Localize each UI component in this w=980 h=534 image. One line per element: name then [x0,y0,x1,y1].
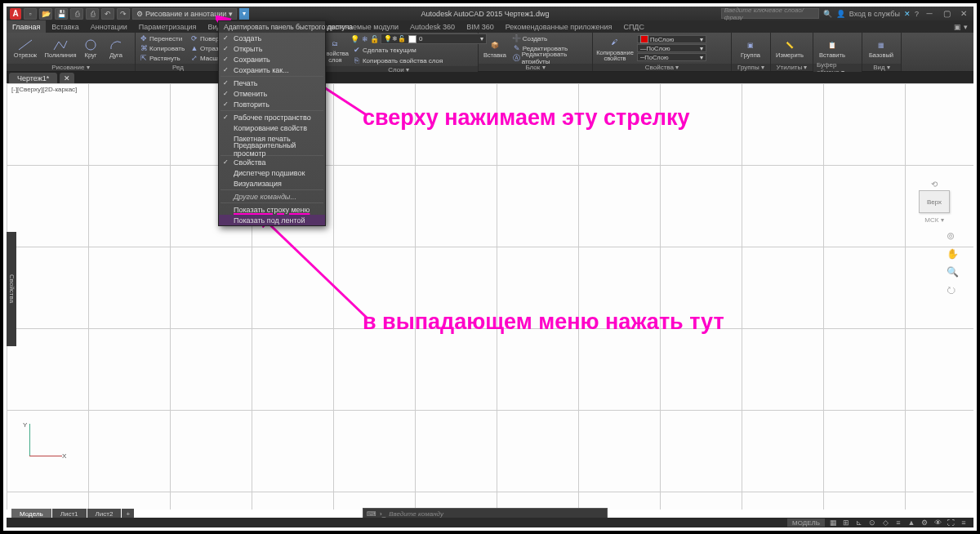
customize-status-icon[interactable]: ≡ [959,518,969,527]
pan-icon[interactable]: ✋ [947,248,959,260]
qat-new-icon[interactable]: ▫ [24,8,37,20]
close-button[interactable]: ✕ [957,8,970,19]
panel-modify-title[interactable]: Ред [136,64,220,71]
maximize-button[interactable]: ▢ [940,8,953,19]
ucs-icon[interactable]: Y X [23,424,64,465]
drawing-area[interactable]: Y X ⟲ Верх МСК ▾ ⊚ ✋ 🔍 ⭮ [7,83,973,510]
stretch-button[interactable]: ⇱Растянуть [138,53,186,63]
linetype-selector[interactable]: ─ ПоСлою▾ [637,53,706,61]
nav-bar[interactable]: ⊚ ✋ 🔍 ⭮ [947,230,959,296]
file-tab[interactable]: Чертеж1* [9,73,57,83]
ortho-toggle-icon[interactable]: ⊾ [854,518,864,527]
file-tab-new[interactable]: ✕ [60,73,74,83]
qat-customize-arrow[interactable]: ▾ [239,8,249,20]
line-button[interactable]: Отрезок [9,33,42,63]
dropdown-item[interactable]: Предварительный просмотр [219,144,325,154]
tab-featured[interactable]: Рекомендованные приложения [500,20,618,33]
block-create-button[interactable]: ➕Создать [511,33,590,43]
help-icon[interactable]: ? [915,10,919,18]
panel-utils-title[interactable]: Утилиты ▾ [771,64,813,71]
search-icon[interactable]: 🔍 [823,10,832,18]
measure-button[interactable]: 📏Измерить [773,33,806,63]
dropdown-item[interactable]: Другие команды... [219,191,325,202]
navwheel-icon[interactable]: ⊚ [947,230,959,242]
annoscale-icon[interactable]: ▲ [906,518,916,527]
snap-toggle-icon[interactable]: ⊞ [841,518,851,527]
user-icon[interactable]: 👤 [836,10,845,18]
lineweight-selector[interactable]: — ПоСлою▾ [637,44,706,52]
recent-icon[interactable]: ⌨ [367,510,376,518]
block-attr-button[interactable]: ⒶРедактировать атрибуты [511,53,590,63]
properties-palette-tab[interactable]: Свойства [7,232,16,346]
zoom-icon[interactable]: 🔍 [947,266,959,278]
tab-insert[interactable]: Вставка [46,20,84,33]
copy-button[interactable]: ⌘Копировать [138,43,186,53]
dropdown-item[interactable]: Показать строку меню [219,204,325,215]
ribbon-collapse-icon[interactable]: ▣ ▾ [948,20,973,33]
minimize-button[interactable]: ─ [923,8,936,19]
dropdown-item[interactable]: Копирование свойств [219,122,325,133]
help-search-input[interactable]: Введите ключевое слово/фразу [721,8,819,19]
layer-selector[interactable]: 💡❄🔓0▾ [381,33,487,44]
tab-a360[interactable]: Autodesk 360 [404,20,461,33]
arc-button[interactable]: Дуга [105,33,127,63]
tab-parametric[interactable]: Параметризация [133,20,203,33]
exchange-icon[interactable]: ✕ [904,10,911,18]
viewport-label[interactable]: [-][Сверху][2D-каркас] [11,86,77,93]
dropdown-header: Адаптировать панель быстрого доступа [219,21,325,33]
circle-button[interactable]: Круг [79,33,102,63]
qat-open-icon[interactable]: 📂 [39,8,52,20]
orbit-icon[interactable]: ⭮ [947,284,959,296]
polar-toggle-icon[interactable]: ⊙ [867,518,877,527]
workspace-icon[interactable]: ⚙ [920,518,929,527]
make-current-button[interactable]: ✔Сделать текущим [351,45,487,55]
dropdown-item[interactable]: Печать [219,78,325,88]
login-label[interactable]: Вход в службы [849,10,900,18]
dropdown-item[interactable]: Повторить [219,99,325,109]
qat-redo-icon[interactable]: ↷ [117,8,130,20]
dropdown-item[interactable]: Рабочее пространство [219,112,325,122]
dropdown-item[interactable]: Визуализация [219,178,325,189]
block-insert-button[interactable]: 📦Вставка [481,33,509,63]
panel-draw-title[interactable]: Рисование ▾ [7,64,135,71]
isolate-icon[interactable]: 👁 [933,518,942,527]
app-logo[interactable]: A [10,8,21,20]
qat-print-icon[interactable]: ⎙ [86,8,99,20]
dropdown-item[interactable]: Открыть [219,43,325,54]
paste-button[interactable]: 📋Вставить [816,33,849,63]
dropdown-item[interactable]: Показать под лентой [219,215,325,225]
osnap-toggle-icon[interactable]: ◇ [880,518,890,527]
viewcube[interactable]: ⟲ Верх МСК ▾ [910,180,959,224]
workspace-selector[interactable]: ⚙ Рисование и аннотации ▾ [132,8,237,20]
qat-saveas-icon[interactable]: ⎙ [70,8,83,20]
tab-annotate[interactable]: Аннотации [85,20,133,33]
panel-groups-title[interactable]: Группы ▾ [732,64,770,71]
dropdown-item[interactable]: Свойства [219,157,325,167]
group-button[interactable]: ▣Группа [734,33,767,63]
bulb-icon[interactable]: 💡 [351,35,359,43]
status-model-button[interactable]: МОДЕЛЬ [787,518,825,527]
match-props-button[interactable]: 🖌Копирование свойств [595,33,635,63]
baseview-button[interactable]: ▦Базовый [865,33,898,63]
qat-save-icon[interactable]: 💾 [55,8,68,20]
tab-bim360[interactable]: BIM 360 [461,20,500,33]
chevron-down-icon: ▾ [229,10,233,18]
dropdown-item[interactable]: Сохранить как... [219,65,325,75]
dropdown-item[interactable]: Сохранить [219,54,325,65]
move-button[interactable]: ✥Перенести [138,33,186,43]
grid-toggle-icon[interactable]: ▦ [828,518,838,527]
tab-home[interactable]: Главная [7,20,46,33]
panel-props-title[interactable]: Свойства ▾ [593,64,731,71]
panel-view-title[interactable]: Вид ▾ [862,64,901,71]
lineweight-icon[interactable]: ≡ [893,518,903,527]
color-selector[interactable]: ПоСлою▾ [637,35,706,43]
polyline-button[interactable]: Полилиния [44,33,77,63]
clean-screen-icon[interactable]: ⛶ [946,518,956,527]
dropdown-item[interactable]: Диспетчер подшивок [219,167,325,178]
dropdown-item[interactable]: Создать [219,33,325,43]
match-layer-button[interactable]: ⎘Копировать свойства слоя [351,56,487,65]
dropdown-item[interactable]: Отменить [219,88,325,99]
panel-blocks-title[interactable]: Блок ▾ [479,64,592,71]
tab-spds[interactable]: СПДС [617,20,650,33]
qat-undo-icon[interactable]: ↶ [101,8,114,20]
